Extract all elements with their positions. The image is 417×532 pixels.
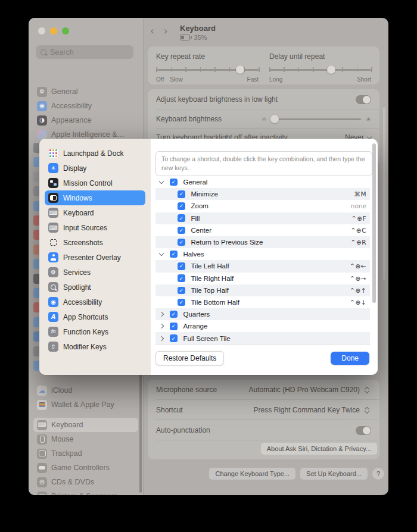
sidebar-item-icloud[interactable]: ☁ iCloud [33, 383, 138, 398]
battery-percent: 35% [194, 34, 207, 41]
key-repeat-slider[interactable] [156, 65, 259, 74]
back-button[interactable]: ‹ [150, 25, 154, 37]
shortcut-row-return-previous-size[interactable]: Return to Previous Size ⌃⊕R [155, 236, 370, 248]
sidebar-item-game-controllers[interactable]: Game Controllers [33, 461, 138, 475]
app-shortcuts-icon: A [48, 312, 58, 322]
shortcut-row-fill[interactable]: Fill ⌃⊕F [155, 212, 370, 224]
delay-slider[interactable] [269, 65, 371, 74]
shortcut-row-tile-bottom[interactable]: Tile Bottom Half ⌃⊕↓ [155, 296, 370, 308]
shortcut-row-tile-left[interactable]: Tile Left Half ⌃⊕← [155, 260, 370, 272]
sheet-item-display[interactable]: ☀ Display [45, 161, 145, 176]
sheet-item-spotlight[interactable]: Spotlight [45, 280, 145, 295]
popup-chevrons-icon[interactable] [363, 385, 371, 395]
sheet-item-keyboard[interactable]: ⌨ Keyboard [45, 205, 145, 220]
checkbox[interactable] [178, 287, 185, 295]
sheet-item-accessibility[interactable]: ◉ Accessibility [45, 295, 145, 309]
sidebar-item-accessibility[interactable]: ◉ Accessibility [33, 99, 138, 113]
checkbox[interactable] [178, 202, 185, 210]
checkbox[interactable] [178, 274, 185, 282]
shortcut-group-general[interactable]: General [155, 176, 370, 188]
shortcut-row-zoom[interactable]: Zoom none [155, 200, 370, 212]
close-button[interactable] [38, 27, 45, 35]
checkbox[interactable] [178, 227, 185, 234]
sidebar-item-wallet[interactable]: Wallet & Apple Pay [33, 398, 138, 412]
sheet-item-windows[interactable]: Windows [45, 190, 145, 205]
shortcut-group-halves[interactable]: Halves [155, 248, 370, 260]
page-title: Keyboard [180, 24, 216, 33]
sidebar-item-mouse[interactable]: Mouse [33, 432, 138, 446]
sidebar-item-appearance[interactable]: ◑ Appearance [33, 113, 138, 127]
printer-icon: ▤ [37, 492, 47, 496]
chevron-right-icon[interactable] [159, 324, 164, 328]
accessibility-icon: ◉ [37, 101, 47, 111]
microphone-value[interactable]: Automatic (HD Pro Webcam C920) [248, 386, 360, 394]
sheet-item-launchpad[interactable]: Launchpad & Dock [45, 146, 145, 161]
keyboard-brightness-thumb[interactable] [270, 115, 279, 123]
checkbox[interactable] [178, 190, 185, 198]
display-icon: ☀ [48, 163, 58, 173]
key-repeat-thumb[interactable] [236, 65, 244, 74]
help-button[interactable]: ? [372, 468, 384, 480]
key-repeat-card: Key repeat rate OffSlow Fast Delay until… [148, 46, 379, 85]
sheet-item-mission-control[interactable]: Mission Control [45, 176, 145, 190]
sheet-item-function-keys[interactable]: fn Function Keys [45, 324, 145, 339]
chevron-down-icon[interactable] [159, 179, 164, 183]
zoom-button[interactable] [62, 27, 69, 35]
checkbox[interactable] [178, 262, 185, 270]
icloud-icon: ☁ [37, 386, 47, 396]
delay-thumb[interactable] [327, 65, 335, 74]
auto-punctuation-toggle[interactable] [356, 426, 371, 435]
mouse-icon [37, 434, 47, 445]
sidebar-item-cds-dvds[interactable]: ◎ CDs & DVDs [33, 475, 138, 489]
sheet-item-modifier-keys[interactable]: ⇧ Modifier Keys [45, 339, 145, 354]
sheet-item-services[interactable]: ⚙ Services [45, 265, 145, 280]
change-keyboard-type-button[interactable]: Change Keyboard Type... [209, 468, 295, 480]
battery-icon [180, 35, 190, 40]
sheet-item-input-sources[interactable]: ⌨ Input Sources [45, 220, 145, 235]
spotlight-icon [48, 282, 58, 292]
checkbox[interactable] [170, 251, 178, 258]
search-input[interactable]: Search [36, 45, 133, 59]
shortcut-row-center[interactable]: Center ⌃⊕C [155, 224, 370, 236]
chevron-right-icon[interactable] [159, 312, 164, 317]
sheet-scrollbar[interactable] [372, 143, 376, 303]
windows-icon [48, 193, 58, 203]
checkbox[interactable] [170, 179, 178, 186]
popup-chevrons-icon[interactable] [363, 405, 371, 415]
checkbox[interactable] [170, 323, 178, 330]
shortcut-row-tile-right[interactable]: Tile Right Half ⌃⊕→ [155, 273, 370, 284]
set-up-keyboard-button[interactable]: Set Up Keyboard... [300, 468, 368, 480]
checkbox[interactable] [178, 239, 185, 246]
chevron-right-icon[interactable] [159, 336, 164, 340]
checkbox[interactable] [170, 311, 178, 318]
sidebar-item-printers[interactable]: ▤ Printers & Scanners [33, 489, 138, 495]
chevron-down-icon[interactable] [159, 251, 164, 255]
restore-defaults-button[interactable]: Restore Defaults [155, 351, 224, 365]
apple-intelligence-icon [37, 130, 47, 140]
sidebar-item-trackpad[interactable]: Trackpad [33, 446, 138, 461]
adjust-brightness-toggle[interactable] [356, 95, 371, 104]
forward-button[interactable]: › [164, 25, 168, 37]
checkbox[interactable] [170, 334, 178, 342]
shortcut-value[interactable]: Press Right Command Key Twice [253, 406, 360, 414]
shortcut-row-tile-top[interactable]: Tile Top Half ⌃⊕↑ [155, 284, 370, 296]
sheet-content: To change a shortcut, double click the k… [151, 139, 378, 375]
sidebar-scrollbar[interactable] [139, 364, 142, 493]
checkbox[interactable] [178, 214, 185, 222]
shortcut-row-minimize[interactable]: Minimize ⌘M [155, 188, 370, 200]
shortcut-group-arrange[interactable]: Arrange [155, 320, 370, 332]
search-icon [41, 49, 46, 55]
sidebar-item-general[interactable]: ⚙ General [33, 85, 138, 99]
checkbox[interactable] [178, 299, 185, 306]
minimize-button[interactable] [50, 27, 57, 35]
sheet-item-screenshots[interactable]: Screenshots [45, 235, 145, 250]
done-button[interactable]: Done [331, 352, 369, 365]
shortcut-group-full-screen-tile[interactable]: Full Screen Tile [155, 332, 370, 344]
shortcut-group-quarters[interactable]: Quarters [155, 308, 370, 320]
sheet-item-presenter-overlay[interactable]: Presenter Overlay [45, 250, 145, 265]
sidebar-item-keyboard[interactable]: ⌨ Keyboard [33, 418, 138, 432]
sheet-item-app-shortcuts[interactable]: A App Shortcuts [45, 309, 145, 324]
main-scrollbar[interactable] [383, 107, 385, 280]
about-siri-button[interactable]: About Ask Siri, Dictation & Privacy... [261, 443, 377, 455]
keyboard-brightness-slider[interactable] [272, 115, 361, 123]
